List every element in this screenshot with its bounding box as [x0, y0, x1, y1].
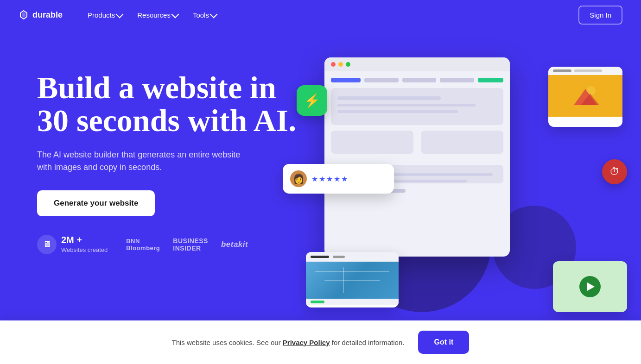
- map-footer: [306, 299, 399, 305]
- chevron-down-icon: [171, 10, 179, 18]
- hero-block: [331, 88, 503, 125]
- nav-tools[interactable]: Tools: [186, 7, 223, 23]
- nav-bar-item: [402, 78, 437, 82]
- footer-btn: [311, 301, 324, 303]
- privacy-policy-link[interactable]: Privacy Policy: [283, 339, 330, 346]
- star-rating: ★★★★★: [311, 175, 349, 183]
- image-widget-card: [548, 67, 622, 127]
- reviewer-avatar: 👩: [290, 170, 307, 187]
- hero-section: Build a website in 30 seconds with AI. T…: [0, 30, 641, 345]
- header-bar: [311, 256, 329, 258]
- lightning-icon: ⚡: [304, 93, 320, 108]
- header-bar: [574, 69, 602, 72]
- nav-products[interactable]: Products: [81, 7, 129, 23]
- maximize-dot: [346, 62, 350, 67]
- hero-illustration: ⚡: [297, 57, 613, 326]
- content-row-1: [331, 78, 503, 82]
- map-widget-card: [306, 252, 399, 308]
- nav-bar-item: [364, 78, 399, 82]
- close-dot: [331, 62, 336, 67]
- generate-website-button[interactable]: Generate your website: [37, 190, 155, 216]
- chevron-down-icon: [116, 10, 124, 18]
- lightning-icon-card: ⚡: [297, 85, 327, 116]
- press-betakit: betakit: [221, 240, 248, 249]
- brand-name: durable: [32, 10, 63, 20]
- text-line: [337, 96, 441, 100]
- review-card: 👩 ★★★★★: [283, 164, 394, 194]
- nav-links: Products Resources Tools: [81, 7, 578, 23]
- text-line: [337, 104, 476, 107]
- timer-icon-card: ⏱: [602, 159, 627, 184]
- navigation: durable Products Resources Tools Sign In: [0, 0, 641, 30]
- play-icon: [587, 282, 595, 291]
- card-header: [548, 67, 622, 75]
- sign-in-button[interactable]: Sign In: [578, 6, 622, 25]
- header-bar: [553, 69, 571, 72]
- stat-count: 2M +: [61, 235, 108, 245]
- content-row-2: [331, 131, 503, 159]
- content-card: [421, 131, 503, 154]
- browser-mockup: [324, 57, 510, 257]
- cookie-text: This website uses cookies. See our Priva…: [172, 339, 405, 346]
- browser-bar: [324, 57, 510, 71]
- nav-resources[interactable]: Resources: [131, 7, 184, 23]
- press-business-insider: BUSINESSINSIDER: [173, 237, 208, 252]
- press-logos: BNNBloomberg BUSINESSINSIDER betakit: [126, 237, 248, 252]
- review-content: 👩 ★★★★★: [290, 170, 387, 187]
- map-line: [343, 267, 344, 293]
- map-line: [324, 280, 380, 281]
- cookie-banner: This website uses cookies. See our Priva…: [0, 320, 641, 364]
- nav-cta: [478, 78, 503, 82]
- stats-row: 🖥 2M + Websites created BNNBloomberg BUS…: [37, 235, 297, 254]
- video-widget-card: [553, 261, 627, 312]
- got-it-button[interactable]: Got it: [418, 331, 469, 354]
- map-header: [306, 252, 399, 262]
- stat-websites: 🖥 2M + Websites created: [37, 235, 108, 254]
- logo[interactable]: durable: [19, 10, 63, 20]
- image-placeholder: [548, 75, 622, 117]
- content-card: [331, 131, 413, 154]
- clock-icon: ⏱: [609, 166, 620, 178]
- hero-content: Build a website in 30 seconds with AI. T…: [37, 57, 297, 254]
- chevron-down-icon: [209, 10, 217, 18]
- map-line: [315, 271, 389, 272]
- minimize-dot: [338, 62, 343, 67]
- hero-subtitle: The AI website builder that generates an…: [37, 149, 241, 174]
- play-button[interactable]: [579, 276, 601, 297]
- nav-bar-item: [331, 78, 361, 82]
- stat-text: 2M + Websites created: [61, 235, 108, 254]
- mountain-icon: [571, 84, 599, 107]
- text-line: [337, 110, 458, 113]
- press-bnn: BNNBloomberg: [126, 238, 160, 251]
- monitor-icon: 🖥: [37, 235, 57, 254]
- nav-bar-item: [440, 78, 474, 82]
- map-body: [306, 262, 399, 299]
- header-bar: [333, 256, 345, 258]
- hero-title: Build a website in 30 seconds with AI.: [37, 71, 297, 138]
- stat-label: Websites created: [61, 246, 108, 253]
